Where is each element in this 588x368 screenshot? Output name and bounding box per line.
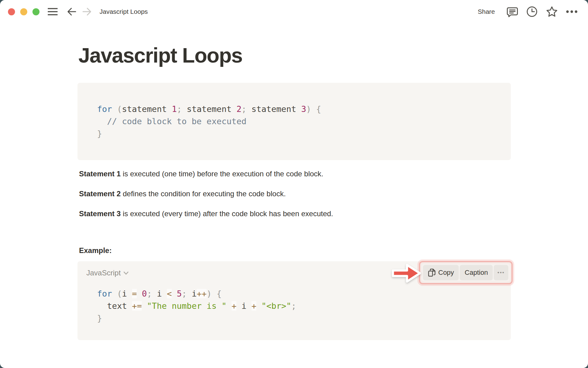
- forward-arrow-icon: [82, 6, 92, 17]
- back-button[interactable]: [65, 5, 78, 18]
- annotation-arrow-icon: [390, 262, 422, 285]
- app-window: Javascript Loops Share: [0, 0, 588, 368]
- language-selector[interactable]: JavaScript: [86, 269, 129, 277]
- share-button[interactable]: Share: [478, 8, 495, 15]
- paragraph-statement-3: Statement 3 is executed (every time) aft…: [79, 209, 511, 219]
- hamburger-menu-icon: [47, 7, 58, 16]
- example-label: Example:: [79, 245, 511, 256]
- caption-button-label: Caption: [465, 269, 488, 277]
- more-options-button[interactable]: [565, 9, 579, 14]
- paragraph-bold: Statement 2: [79, 190, 121, 198]
- paragraph-text: is executed (every time) after the code …: [121, 209, 333, 218]
- code-more-button[interactable]: •••: [494, 265, 508, 280]
- copy-button-label: Copy: [438, 269, 454, 277]
- code-more-icon: •••: [497, 270, 505, 276]
- sidebar-toggle-button[interactable]: [46, 6, 59, 17]
- ellipsis-icon: [566, 10, 578, 13]
- forward-button[interactable]: [81, 5, 93, 18]
- page-content: Javascript Loops for (statement 1; state…: [0, 42, 588, 340]
- copy-button[interactable]: Copy: [423, 265, 459, 280]
- favorite-button[interactable]: [545, 5, 559, 19]
- code-block-example[interactable]: JavaScript Copy: [77, 261, 511, 340]
- updates-button[interactable]: [525, 5, 539, 19]
- clock-icon: [526, 6, 538, 17]
- annotation-highlight-box: Copy Caption •••: [419, 261, 513, 284]
- close-window-button[interactable]: [8, 8, 15, 15]
- code-content: for (i = 0; i < 5; i++) { text += "The n…: [97, 288, 296, 324]
- top-bar: Javascript Loops Share: [0, 0, 588, 23]
- paragraph-statement-2: Statement 2 defines the condition for ex…: [79, 189, 511, 199]
- star-icon: [546, 6, 558, 17]
- code-content: for (statement 1; statement 2; statement…: [97, 103, 491, 140]
- chevron-down-icon: [123, 271, 129, 275]
- paragraph-bold: Statement 1: [79, 170, 121, 178]
- comments-icon: [507, 6, 518, 17]
- paragraph-text: defines the condition for executing the …: [121, 190, 286, 198]
- breadcrumb-title[interactable]: Javascript Loops: [100, 8, 148, 15]
- paragraph-statement-1: Statement 1 is executed (one time) befor…: [79, 169, 511, 179]
- minimize-window-button[interactable]: [20, 8, 27, 15]
- back-arrow-icon: [66, 6, 77, 17]
- paragraph-text: is executed (one time) before the execut…: [121, 170, 323, 178]
- comments-button[interactable]: [505, 5, 519, 19]
- traffic-lights: [8, 8, 40, 15]
- page-title[interactable]: Javascript Loops: [78, 42, 511, 68]
- fullscreen-window-button[interactable]: [32, 8, 40, 15]
- paragraph-bold: Statement 3: [79, 209, 121, 218]
- code-block-syntax[interactable]: for (statement 1; statement 2; statement…: [77, 83, 511, 160]
- copy-icon: [428, 268, 436, 277]
- caption-button[interactable]: Caption: [460, 265, 493, 280]
- language-label: JavaScript: [86, 269, 121, 277]
